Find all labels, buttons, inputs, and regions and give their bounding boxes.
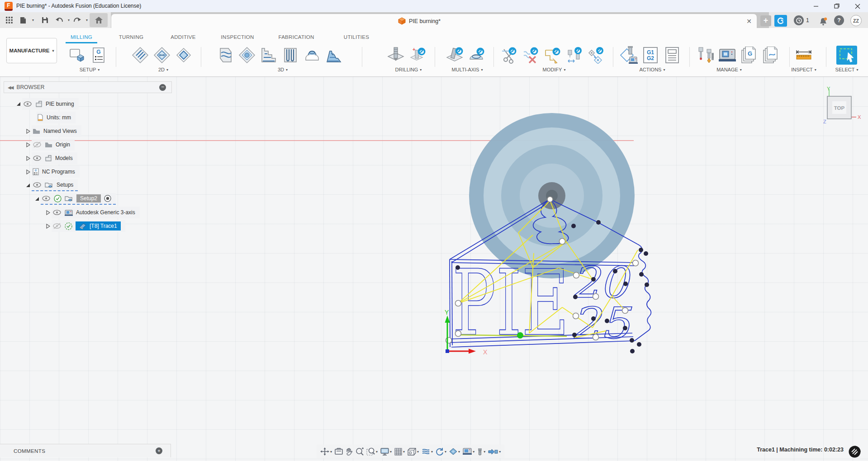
extensions-button[interactable] — [774, 15, 787, 27]
tree-row-setups[interactable]: Setups — [24, 179, 78, 191]
pocket-clearing-icon[interactable] — [238, 46, 256, 64]
zoom-window-icon[interactable]: ▾ — [366, 447, 378, 456]
toolpath-display-icon[interactable]: ▾ — [422, 448, 433, 455]
tree-row-setup2[interactable]: Setup2 — [33, 193, 116, 205]
swarf-icon[interactable] — [446, 46, 464, 64]
job-status-indicator[interactable]: 1 — [794, 15, 809, 25]
group-label-modify[interactable]: MODIFY▾ — [532, 66, 576, 73]
stock-display-icon[interactable]: ▾ — [449, 448, 460, 455]
select-tool-button[interactable] — [836, 46, 857, 65]
collapsed-triangle-icon[interactable] — [24, 129, 32, 134]
collapsed-triangle-icon[interactable] — [24, 169, 32, 174]
workspace-selector[interactable]: MANUFACTURE▾ — [6, 38, 57, 63]
group-label-3d[interactable]: 3D▾ — [269, 66, 296, 73]
tree-row-named-views[interactable]: Named Views — [24, 125, 81, 137]
group-label-manage[interactable]: MANAGE▾ — [707, 66, 751, 73]
model-scene[interactable]: PIE 20 25 — [0, 77, 868, 461]
new-setup-icon[interactable] — [68, 46, 86, 64]
browser-header[interactable]: ◀◀ BROWSER − — [4, 81, 172, 93]
simulation-badge-icon[interactable] — [849, 446, 861, 460]
collapse-left-icon[interactable]: ◀◀ — [8, 85, 13, 90]
tree-row-nc-programs[interactable]: G NC Programs — [24, 166, 80, 178]
tree-label[interactable]: Autodesk Generic 3-axis — [76, 209, 135, 216]
delete-passes-icon[interactable] — [522, 46, 540, 64]
zoom-icon[interactable] — [356, 447, 364, 456]
browser-minimize-icon[interactable]: − — [159, 84, 166, 91]
group-label-setup[interactable]: SETUP▾ — [68, 66, 111, 73]
2d-face-icon[interactable] — [131, 46, 149, 64]
tree-label[interactable]: Models — [55, 155, 73, 161]
steep-and-shallow-icon[interactable] — [260, 46, 278, 64]
collapsed-triangle-icon[interactable] — [24, 142, 32, 147]
tree-label-selected[interactable]: Setup2 — [76, 194, 101, 202]
restore-button[interactable] — [826, 0, 847, 12]
template-library-icon[interactable] — [762, 46, 780, 64]
tab-additive[interactable]: ADDITIVE — [167, 32, 199, 42]
gcode-list-icon[interactable]: G — [90, 46, 108, 64]
tree-label[interactable]: Origin — [56, 141, 70, 148]
adaptive-clearing-icon[interactable] — [216, 46, 234, 64]
eye-icon[interactable] — [23, 101, 32, 107]
expand-triangle-icon[interactable] — [33, 197, 41, 201]
tree-label[interactable]: PIE burning — [46, 101, 74, 107]
post-library-icon[interactable]: G — [740, 46, 758, 64]
minimize-button[interactable] — [806, 0, 826, 12]
parallel-icon[interactable] — [281, 46, 299, 64]
help-icon[interactable]: ? — [834, 15, 844, 25]
orbit-icon[interactable]: ▾ — [320, 447, 332, 456]
tree-row-machine[interactable]: Autodesk Generic 3-axis — [44, 207, 140, 218]
pan-icon[interactable] — [346, 448, 353, 456]
move-toolpath-icon[interactable] — [587, 46, 605, 64]
expand-triangle-icon[interactable] — [15, 102, 22, 106]
post-process-icon[interactable]: G1G2 — [641, 46, 659, 64]
notification-bell-icon[interactable] — [817, 15, 829, 28]
tree-label[interactable]: Units: mm — [47, 114, 71, 121]
active-setup-radio-icon[interactable] — [104, 195, 111, 202]
save-icon[interactable] — [39, 14, 51, 26]
extend-toolpath-icon[interactable] — [565, 46, 583, 64]
tree-label[interactable]: Named Views — [43, 128, 77, 134]
simulate-icon[interactable] — [620, 46, 638, 64]
tab-utilities[interactable]: UTILITIES — [338, 32, 375, 42]
collapsed-triangle-icon[interactable] — [44, 224, 52, 229]
tree-label-selected[interactable]: [T8] Trace1 — [76, 221, 121, 230]
spiral-icon[interactable] — [325, 46, 343, 64]
group-label-inspect[interactable]: INSPECT▾ — [782, 66, 825, 73]
tab-close-icon[interactable]: ✕ — [745, 18, 753, 25]
group-label-drilling[interactable]: DRILLING▾ — [387, 66, 430, 73]
tree-row-models[interactable]: Models — [24, 152, 77, 164]
tab-milling[interactable]: MILLING — [66, 32, 97, 42]
collapsed-triangle-icon[interactable] — [24, 156, 32, 161]
measure-icon[interactable] — [795, 46, 813, 64]
display-settings-icon[interactable]: ▾ — [380, 448, 392, 456]
tree-label[interactable]: Setups — [57, 182, 73, 188]
edit-passes-icon[interactable] — [543, 46, 561, 64]
setup-sheet-icon[interactable] — [663, 46, 681, 64]
tab-inspection[interactable]: INSPECTION — [218, 32, 256, 42]
grid-settings-icon[interactable]: ▾ — [394, 448, 405, 456]
post-connector-icon[interactable]: ▾ — [488, 448, 501, 455]
tab-turning[interactable]: TURNING — [115, 32, 147, 42]
tree-row-pie-burning[interactable]: PIE burning — [15, 98, 79, 110]
viewports-icon[interactable]: ▾ — [408, 448, 419, 456]
2d-pocket-icon[interactable] — [153, 46, 171, 64]
avatar[interactable]: ZZ — [850, 15, 862, 26]
group-label-multiaxis[interactable]: MULTI-AXIS▾ — [446, 66, 489, 73]
trim-toolpath-icon[interactable] — [500, 46, 518, 64]
tool-library-icon[interactable] — [697, 46, 715, 64]
flow-icon[interactable] — [467, 46, 485, 64]
app-grid-icon[interactable] — [3, 14, 15, 26]
machine-library-icon[interactable] — [718, 46, 736, 64]
horizontal-icon[interactable] — [303, 46, 321, 64]
machine-display-icon[interactable]: ▾ — [463, 448, 474, 455]
group-label-select[interactable]: SELECT▾ — [825, 66, 868, 73]
comments-bar[interactable]: COMMENTS + — [0, 444, 171, 457]
eye-icon[interactable] — [33, 182, 42, 188]
eye-icon[interactable] — [42, 196, 51, 201]
viewcube[interactable]: TOP Y X Z — [823, 86, 861, 124]
tree-row-origin[interactable]: Origin — [24, 139, 75, 151]
tree-row-units[interactable]: Units: mm — [36, 112, 76, 123]
expand-triangle-icon[interactable] — [24, 183, 32, 188]
collapsed-triangle-icon[interactable] — [44, 210, 52, 215]
tool-display-icon[interactable]: ▾ — [477, 448, 485, 456]
